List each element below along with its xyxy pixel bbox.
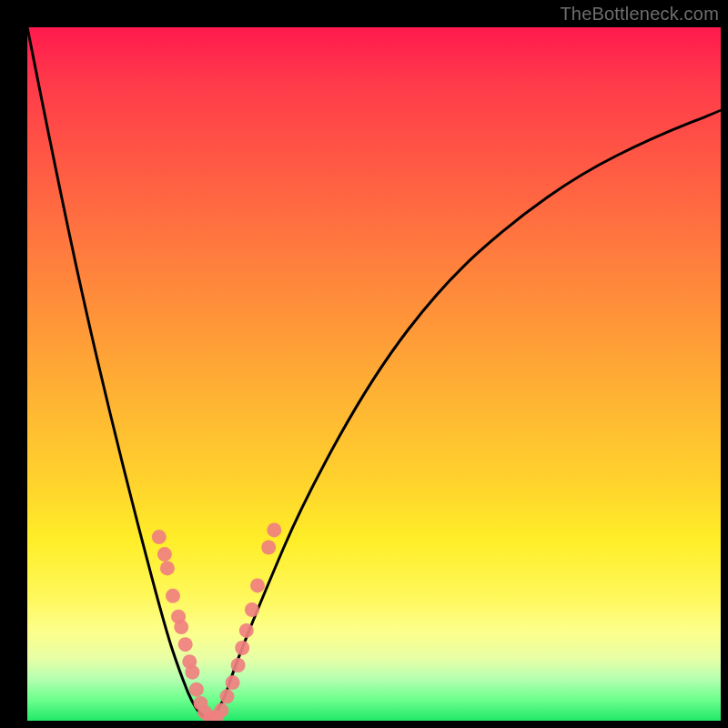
chart-frame: TheBottleneck.com: [0, 0, 728, 728]
curve-layer: [27, 27, 721, 721]
sample-point: [157, 547, 172, 561]
sample-point: [231, 658, 246, 672]
sample-point: [189, 682, 204, 697]
sample-point: [250, 578, 265, 592]
plot-area: [27, 27, 721, 721]
sample-point: [171, 610, 186, 624]
sample-point: [220, 689, 235, 703]
sample-point: [152, 530, 167, 544]
sample-point: [178, 637, 193, 652]
watermark-text: TheBottleneck.com: [560, 4, 719, 25]
sample-point: [239, 623, 254, 638]
sample-point: [214, 703, 228, 718]
sample-point: [174, 620, 188, 634]
sample-point: [166, 589, 180, 603]
sample-point: [203, 710, 217, 721]
sample-point: [261, 541, 276, 555]
sample-point: [182, 654, 197, 669]
sample-point: [235, 641, 249, 655]
sample-point: [160, 561, 175, 575]
sample-point: [197, 705, 212, 720]
sample-point: [267, 522, 281, 537]
bottleneck-curve: [27, 27, 721, 717]
sample-point: [226, 675, 240, 690]
sample-point: [245, 602, 259, 617]
sample-point: [194, 696, 208, 711]
sample-point: [185, 665, 199, 680]
sample-point: [208, 710, 223, 721]
